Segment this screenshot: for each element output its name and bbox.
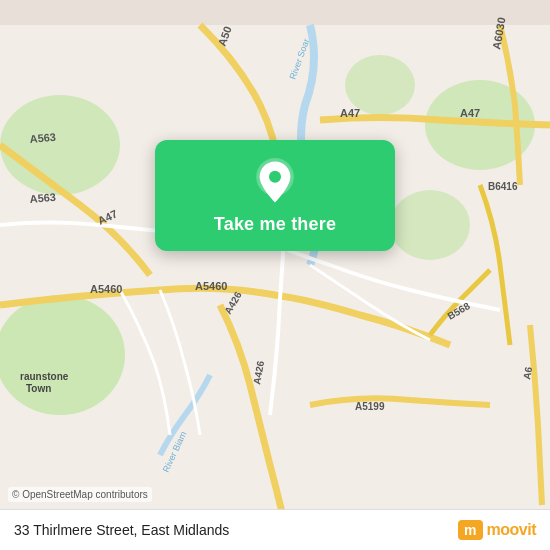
svg-text:A563: A563 <box>29 191 56 205</box>
moovit-logo: m moovit <box>458 520 536 540</box>
svg-point-1 <box>0 95 120 195</box>
moovit-wordmark: moovit <box>487 521 536 539</box>
svg-text:A47: A47 <box>460 107 480 119</box>
svg-point-3 <box>0 295 125 415</box>
svg-point-5 <box>345 55 415 115</box>
svg-text:A47: A47 <box>340 107 360 119</box>
map-container: A563 A563 A47 A50 A47 A47 A6030 B6416 A5… <box>0 0 550 550</box>
svg-text:A5460: A5460 <box>195 280 227 292</box>
svg-text:A5460: A5460 <box>90 283 122 295</box>
svg-point-27 <box>269 171 281 183</box>
take-me-there-button[interactable]: Take me there <box>155 140 395 251</box>
location-pin-icon <box>251 158 299 206</box>
svg-text:Town: Town <box>26 383 51 394</box>
address-text: 33 Thirlmere Street, East Midlands <box>14 522 229 538</box>
svg-text:A563: A563 <box>29 131 56 145</box>
svg-text:raunstone: raunstone <box>20 371 69 382</box>
cta-label: Take me there <box>214 214 336 235</box>
info-bar: 33 Thirlmere Street, East Midlands m moo… <box>0 509 550 550</box>
svg-text:B6416: B6416 <box>488 181 518 192</box>
map-attribution: © OpenStreetMap contributors <box>8 487 152 502</box>
svg-point-4 <box>390 190 470 260</box>
svg-text:A6: A6 <box>521 365 534 380</box>
moovit-letter: m <box>458 520 482 540</box>
svg-text:A5199: A5199 <box>355 401 385 412</box>
map-background: A563 A563 A47 A50 A47 A47 A6030 B6416 A5… <box>0 0 550 550</box>
